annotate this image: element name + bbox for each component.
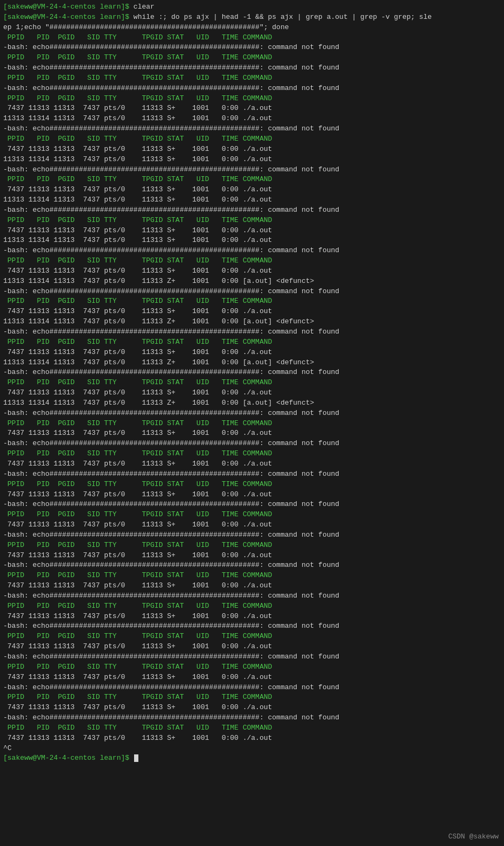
terminal-window: [sakeww@VM-24-4-centos learn]$ clear[sak… [0, 0, 504, 846]
terminal-line: 7437 11313 11313 7437 pts/0 11313 S+ 100… [3, 388, 501, 398]
terminal-line: -bash: echo#############################… [3, 165, 501, 175]
terminal-line: 11313 11314 11313 7437 pts/0 11313 Z+ 10… [3, 317, 501, 327]
terminal-line: 7437 11313 11313 7437 pts/0 11313 S+ 100… [3, 581, 501, 591]
terminal-line: -bash: echo#############################… [3, 652, 501, 662]
terminal-line: 11313 11314 11313 7437 pts/0 11313 S+ 10… [3, 195, 501, 205]
terminal-line: PPID PID PGID SID TTY TPGID STAT UID TIM… [3, 33, 501, 43]
terminal-line: 7437 11313 11313 7437 pts/0 11313 S+ 100… [3, 490, 501, 500]
terminal-line: PPID PID PGID SID TTY TPGID STAT UID TIM… [3, 378, 501, 388]
terminal-line: PPID PID PGID SID TTY TPGID STAT UID TIM… [3, 94, 501, 104]
terminal-line: PPID PID PGID SID TTY TPGID STAT UID TIM… [3, 510, 501, 520]
terminal-line: 7437 11313 11313 7437 pts/0 11313 S+ 100… [3, 307, 501, 317]
terminal-line: PPID PID PGID SID TTY TPGID STAT UID TIM… [3, 296, 501, 307]
terminal-line: 7437 11313 11313 7437 pts/0 11313 S+ 100… [3, 672, 501, 683]
terminal-line: -bash: echo#############################… [3, 327, 501, 337]
terminal-line: PPID PID PGID SID TTY TPGID STAT UID TIM… [3, 571, 501, 581]
terminal-line: PPID PID PGID SID TTY TPGID STAT UID TIM… [3, 662, 501, 672]
terminal-line: PPID PID PGID SID TTY TPGID STAT UID TIM… [3, 175, 501, 185]
terminal-line: [sakeww@VM-24-4-centos learn]$ [3, 753, 501, 764]
terminal-line: PPID PID PGID SID TTY TPGID STAT UID TIM… [3, 337, 501, 348]
terminal-line: 7437 11313 11313 7437 pts/0 11313 S+ 100… [3, 348, 501, 358]
terminal-line: 11313 11314 11313 7437 pts/0 11313 Z+ 10… [3, 358, 501, 368]
terminal-line: PPID PID PGID SID TTY TPGID STAT UID TIM… [3, 692, 501, 703]
terminal-line: 11313 11314 11313 7437 pts/0 11313 S+ 10… [3, 155, 501, 165]
terminal-line: PPID PID PGID SID TTY TPGID STAT UID TIM… [3, 449, 501, 459]
terminal-output: [sakeww@VM-24-4-centos learn]$ clear[sak… [3, 2, 501, 764]
terminal-line: 7437 11313 11313 7437 pts/0 11313 S+ 100… [3, 642, 501, 652]
terminal-line: -bash: echo#############################… [3, 439, 501, 449]
watermark-text: CSDN @sakeww [448, 833, 499, 841]
terminal-line: 7437 11313 11313 7437 pts/0 11313 S+ 100… [3, 612, 501, 622]
terminal-line: 11313 11314 11313 7437 pts/0 11313 Z+ 10… [3, 276, 501, 287]
terminal-line: -bash: echo#############################… [3, 591, 501, 601]
terminal-line: -bash: echo#############################… [3, 713, 501, 723]
terminal-line: 7437 11313 11313 7437 pts/0 11313 S+ 100… [3, 103, 501, 114]
terminal-cursor [134, 754, 138, 762]
terminal-line: 11313 11314 11313 7437 pts/0 11313 S+ 10… [3, 114, 501, 124]
terminal-line: -bash: echo#############################… [3, 469, 501, 480]
terminal-line: 7437 11313 11313 7437 pts/0 11313 S+ 100… [3, 459, 501, 469]
terminal-line: 11313 11314 11313 7437 pts/0 11313 S+ 10… [3, 235, 501, 246]
terminal-line: PPID PID PGID SID TTY TPGID STAT UID TIM… [3, 419, 501, 429]
terminal-line: 7437 11313 11313 7437 pts/0 11313 S+ 100… [3, 185, 501, 195]
terminal-line: -bash: echo#############################… [3, 124, 501, 134]
terminal-line: PPID PID PGID SID TTY TPGID STAT UID TIM… [3, 53, 501, 63]
terminal-line: -bash: echo#############################… [3, 683, 501, 693]
terminal-line: [sakeww@VM-24-4-centos learn]$ clear [3, 2, 501, 12]
terminal-line: PPID PID PGID SID TTY TPGID STAT UID TIM… [3, 632, 501, 642]
terminal-line: PPID PID PGID SID TTY TPGID STAT UID TIM… [3, 601, 501, 612]
terminal-line: -bash: echo#############################… [3, 246, 501, 256]
terminal-line: -bash: echo#############################… [3, 63, 501, 73]
terminal-line: PPID PID PGID SID TTY TPGID STAT UID TIM… [3, 723, 501, 733]
terminal-line: -bash: echo#############################… [3, 621, 501, 632]
terminal-line: 7437 11313 11313 7437 pts/0 11313 S+ 100… [3, 144, 501, 155]
terminal-line: 7437 11313 11313 7437 pts/0 11313 S+ 100… [3, 551, 501, 561]
terminal-line: 7437 11313 11313 7437 pts/0 11313 S+ 100… [3, 733, 501, 744]
terminal-line: 11313 11314 11313 7437 pts/0 11313 Z+ 10… [3, 398, 501, 408]
terminal-line: PPID PID PGID SID TTY TPGID STAT UID TIM… [3, 134, 501, 144]
terminal-line: -bash: echo#############################… [3, 560, 501, 571]
terminal-line: -bash: echo#############################… [3, 205, 501, 216]
terminal-line: PPID PID PGID SID TTY TPGID STAT UID TIM… [3, 73, 501, 84]
terminal-line: 7437 11313 11313 7437 pts/0 11313 S+ 100… [3, 266, 501, 276]
terminal-line: PPID PID PGID SID TTY TPGID STAT UID TIM… [3, 480, 501, 490]
terminal-line: -bash: echo#############################… [3, 43, 501, 53]
terminal-line: -bash: echo#############################… [3, 500, 501, 510]
terminal-line: PPID PID PGID SID TTY TPGID STAT UID TIM… [3, 540, 501, 551]
terminal-line: -bash: echo#############################… [3, 287, 501, 297]
terminal-line: 7437 11313 11313 7437 pts/0 11313 S+ 100… [3, 226, 501, 236]
terminal-line: 7437 11313 11313 7437 pts/0 11313 S+ 100… [3, 520, 501, 530]
terminal-line: -bash: echo#############################… [3, 84, 501, 94]
terminal-line: 7437 11313 11313 7437 pts/0 11313 S+ 100… [3, 428, 501, 439]
terminal-line: PPID PID PGID SID TTY TPGID STAT UID TIM… [3, 256, 501, 266]
terminal-line: ep 1;echo "#############################… [3, 23, 501, 33]
terminal-line: -bash: echo#############################… [3, 530, 501, 540]
terminal-line: -bash: echo#############################… [3, 367, 501, 378]
terminal-line: ^C [3, 744, 501, 754]
terminal-line: [sakeww@VM-24-4-centos learn]$ while :; … [3, 12, 501, 23]
terminal-line: PPID PID PGID SID TTY TPGID STAT UID TIM… [3, 216, 501, 226]
terminal-line: 7437 11313 11313 7437 pts/0 11313 S+ 100… [3, 703, 501, 713]
terminal-line: -bash: echo#############################… [3, 408, 501, 419]
